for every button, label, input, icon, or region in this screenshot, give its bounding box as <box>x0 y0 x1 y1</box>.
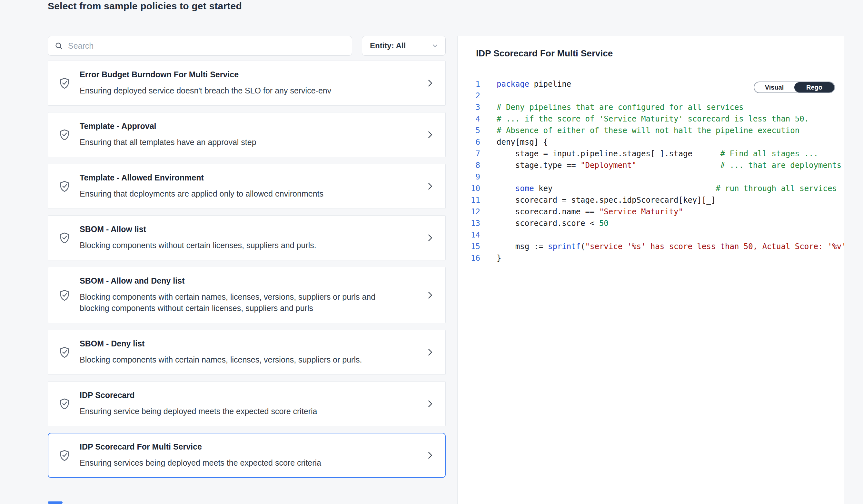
policy-text: SBOM - Allow and Deny list Blocking comp… <box>80 276 418 314</box>
policy-title: Template - Allowed Environment <box>80 173 418 182</box>
policy-text: Template - Approval Ensuring that all te… <box>80 121 418 148</box>
shield-check-icon <box>58 180 71 192</box>
shield-check-icon <box>58 289 71 301</box>
policy-list-item[interactable]: Template - Allowed Environment Ensuring … <box>48 164 446 209</box>
filter-bar: Entity: All <box>48 36 446 56</box>
policy-list-item[interactable]: SBOM - Allow and Deny list Blocking comp… <box>48 267 446 323</box>
entity-filter-label: Entity: All <box>370 41 406 50</box>
policy-text: Template - Allowed Environment Ensuring … <box>80 173 418 199</box>
chevron-right-icon <box>427 290 434 301</box>
horizontal-scrollbar-thumb[interactable] <box>48 501 63 504</box>
policy-description: Ensuring services being deployed meets t… <box>80 457 405 468</box>
policy-description: Ensuring deployed service doesn't breach… <box>80 85 405 96</box>
policy-list-item[interactable]: IDP Scorecard For Multi Service Ensuring… <box>48 433 446 478</box>
policy-text: IDP Scorecard For Multi Service Ensuring… <box>80 442 418 468</box>
chevron-right-icon <box>427 129 434 140</box>
policy-description: Blocking components without certain lice… <box>80 240 405 251</box>
search-input[interactable] <box>68 41 346 51</box>
shield-check-icon <box>58 346 71 358</box>
policy-list-item[interactable]: Error Budget Burndown For Multi Service … <box>48 61 446 106</box>
code-lines: package pipeline# Deny pipelines that ar… <box>489 78 843 503</box>
chevron-right-icon <box>427 450 434 461</box>
policy-description: Ensuring that all templates have an appr… <box>80 137 405 148</box>
policy-title: Template - Approval <box>80 121 418 131</box>
shield-check-icon <box>58 232 71 244</box>
policy-title: IDP Scorecard <box>80 390 418 400</box>
shield-check-icon <box>58 129 71 141</box>
chevron-right-icon <box>427 398 434 409</box>
code-gutter: 12345678910111213141516 <box>458 78 489 264</box>
policy-title: SBOM - Deny list <box>80 339 418 348</box>
policy-title: SBOM - Allow and Deny list <box>80 276 418 285</box>
chevron-right-icon <box>427 347 434 358</box>
view-toggle: Visual Rego <box>754 81 835 93</box>
policy-title: Error Budget Burndown For Multi Service <box>80 70 418 79</box>
policy-description: Blocking components with certain names, … <box>80 291 405 314</box>
shield-check-icon <box>58 77 71 89</box>
shield-check-icon <box>58 449 71 462</box>
chevron-right-icon <box>427 78 434 89</box>
policy-detail-panel: IDP Scorecard For Multi Service 12345678… <box>457 36 844 504</box>
chevron-down-icon <box>431 42 439 50</box>
policy-text: SBOM - Deny list Blocking components wit… <box>80 339 418 365</box>
visual-tab[interactable]: Visual <box>754 82 794 92</box>
detail-title: IDP Scorecard For Multi Service <box>476 48 613 59</box>
chevron-right-icon <box>427 232 434 243</box>
rego-tab[interactable]: Rego <box>794 82 834 92</box>
policy-list: Error Budget Burndown For Multi Service … <box>48 61 446 478</box>
policy-list-item[interactable]: Template - Approval Ensuring that all te… <box>48 112 446 157</box>
shield-check-icon <box>58 398 71 410</box>
search-icon <box>54 41 63 50</box>
policy-list-item[interactable]: IDP Scorecard Ensuring service being dep… <box>48 381 446 426</box>
code-editor[interactable]: 12345678910111213141516 package pipeline… <box>458 74 843 503</box>
policy-text: SBOM - Allow list Blocking components wi… <box>80 224 418 251</box>
chevron-right-icon <box>427 181 434 192</box>
policy-description: Ensuring service being deployed meets th… <box>80 406 405 417</box>
policy-list-item[interactable]: SBOM - Allow list Blocking components wi… <box>48 215 446 260</box>
policy-title: IDP Scorecard For Multi Service <box>80 442 418 451</box>
policy-title: SBOM - Allow list <box>80 224 418 234</box>
page-title: Select from sample policies to get start… <box>48 1 242 12</box>
policy-list-item[interactable]: SBOM - Deny list Blocking components wit… <box>48 329 446 375</box>
policy-description: Ensuring that deployments are applied on… <box>80 188 405 199</box>
policy-description: Blocking components with certain names, … <box>80 354 405 365</box>
entity-filter-button[interactable]: Entity: All <box>362 36 446 56</box>
policy-text: Error Budget Burndown For Multi Service … <box>80 70 418 96</box>
policy-text: IDP Scorecard Ensuring service being dep… <box>80 390 418 417</box>
search-box[interactable] <box>48 36 352 56</box>
